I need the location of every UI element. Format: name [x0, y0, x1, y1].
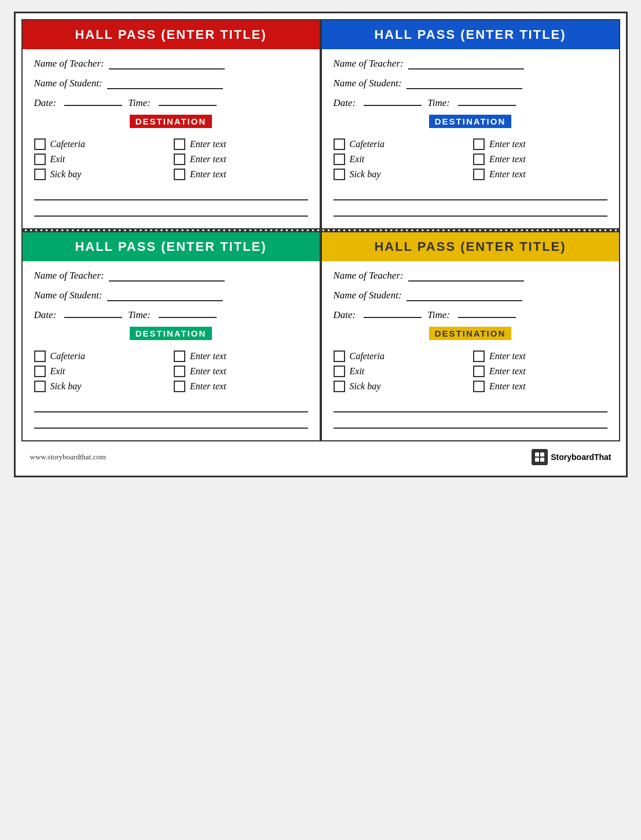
- checkbox-enter3-box[interactable]: [174, 169, 185, 180]
- student-line-bl: [107, 300, 223, 301]
- checkbox-enter3-right: Enter text: [473, 169, 607, 180]
- checkbox-cafeteria-right: Cafeteria: [334, 138, 468, 150]
- checkbox-exit-left: Exit: [34, 154, 169, 165]
- pass-title-bottom-left: HALL PASS (ENTER TITLE): [75, 239, 266, 254]
- pass-body-bottom-right: Name of Teacher: Name of Student: Date: …: [322, 261, 619, 440]
- destination-badge-bottom-left: DESTINATION: [130, 327, 213, 340]
- checkbox-enter1-left: Enter text: [174, 138, 308, 150]
- checkbox-sickbay-box-tr[interactable]: [334, 169, 345, 180]
- footer-url: www.storyboardthat.com: [30, 452, 106, 462]
- signature-line2-top-right: [334, 205, 607, 217]
- destination-badge-bottom-right: DESTINATION: [429, 327, 512, 340]
- pass-header-bottom-left: HALL PASS (ENTER TITLE): [23, 232, 320, 261]
- page: HALL PASS (ENTER TITLE) Name of Teacher:…: [14, 12, 628, 477]
- checkbox-cafeteria-left: Cafeteria: [34, 138, 169, 150]
- date-time-bottom-left: Date: Time:: [34, 309, 308, 321]
- checkbox-cafeteria-bl: Cafeteria: [34, 350, 169, 362]
- checkbox-sickbay-left: Sick bay: [34, 169, 169, 180]
- date-line-bl: [64, 317, 122, 318]
- checkbox-enter1-box-tr[interactable]: [473, 138, 485, 150]
- checkbox-enter1-box[interactable]: [174, 138, 185, 150]
- signature-line2-top-left: [34, 205, 308, 217]
- checkbox-exit-box-bl[interactable]: [34, 366, 46, 377]
- checkbox-enter1-right: Enter text: [473, 138, 607, 150]
- teacher-field-bottom-left: Name of Teacher:: [34, 270, 308, 282]
- destination-row-bottom-right: DESTINATION: [334, 327, 607, 346]
- checkbox-cafeteria-box-bl[interactable]: [34, 350, 46, 362]
- checkbox-enter2-br: Enter text: [473, 366, 607, 377]
- checkbox-cafeteria-box-tr[interactable]: [334, 138, 345, 150]
- checkbox-sickbay-right: Sick bay: [334, 169, 468, 180]
- checkbox-grid-bottom-right: Cafeteria Enter text Exit Enter text: [334, 350, 607, 392]
- pass-title-top-left: HALL PASS (ENTER TITLE): [75, 27, 266, 42]
- checkbox-sickbay-box-bl[interactable]: [34, 381, 46, 392]
- student-line-tr: [406, 88, 522, 89]
- date-line-tr: [364, 105, 422, 106]
- checkbox-grid-top-right: Cafeteria Enter text Exit Enter text: [334, 138, 607, 180]
- checkbox-cafeteria-box[interactable]: [34, 138, 46, 150]
- pass-header-top-left: HALL PASS (ENTER TITLE): [23, 20, 320, 49]
- student-field-bottom-right: Name of Student:: [334, 290, 607, 301]
- date-line: [64, 105, 122, 106]
- pass-header-top-right: HALL PASS (ENTER TITLE): [322, 20, 619, 49]
- student-field-top-left: Name of Student:: [34, 78, 308, 89]
- signature-line1-top-left: [34, 189, 308, 200]
- checkbox-enter3-left: Enter text: [174, 169, 308, 180]
- checkbox-enter3-box-bl[interactable]: [174, 381, 185, 392]
- destination-badge-top-left: DESTINATION: [130, 115, 213, 128]
- checkbox-enter3-box-br[interactable]: [473, 381, 485, 392]
- svg-rect-2: [535, 458, 539, 462]
- destination-badge-top-right: DESTINATION: [429, 115, 512, 128]
- checkbox-sickbay-box[interactable]: [34, 169, 46, 180]
- checkbox-exit-br: Exit: [334, 366, 468, 377]
- destination-row-bottom-left: DESTINATION: [34, 327, 308, 346]
- checkbox-exit-box-tr[interactable]: [334, 154, 345, 165]
- teacher-line: [109, 68, 225, 70]
- time-line-tr: [458, 105, 516, 106]
- card-grid: HALL PASS (ENTER TITLE) Name of Teacher:…: [21, 19, 620, 229]
- checkbox-exit-box-br[interactable]: [334, 366, 345, 377]
- pass-title-top-right: HALL PASS (ENTER TITLE): [374, 27, 566, 42]
- pass-card-top-right: HALL PASS (ENTER TITLE) Name of Teacher:…: [321, 19, 620, 229]
- teacher-line-bl: [109, 280, 225, 282]
- checkbox-sickbay-bl: Sick bay: [34, 381, 169, 392]
- checkbox-enter1-br: Enter text: [473, 350, 607, 362]
- checkbox-enter2-box[interactable]: [174, 154, 185, 165]
- checkbox-enter1-box-br[interactable]: [473, 350, 485, 362]
- brand-name: StoryboardThat: [551, 452, 611, 462]
- checkbox-cafeteria-br: Cafeteria: [334, 350, 468, 362]
- svg-rect-1: [540, 452, 544, 456]
- teacher-line-tr: [408, 68, 524, 70]
- pass-header-bottom-right: HALL PASS (ENTER TITLE): [322, 232, 619, 261]
- student-field-top-right: Name of Student:: [334, 78, 607, 89]
- svg-rect-3: [540, 458, 544, 462]
- checkbox-enter2-box-br[interactable]: [473, 366, 485, 377]
- checkbox-enter3-br: Enter text: [473, 381, 607, 392]
- signature-line1-top-right: [334, 189, 607, 200]
- pass-card-top-left: HALL PASS (ENTER TITLE) Name of Teacher:…: [21, 19, 321, 229]
- date-time-bottom-right: Date: Time:: [334, 309, 607, 321]
- pass-card-bottom-right: HALL PASS (ENTER TITLE) Name of Teacher:…: [321, 231, 620, 441]
- teacher-line-br: [408, 280, 524, 282]
- destination-row-top-left: DESTINATION: [34, 115, 308, 134]
- checkbox-enter1-box-bl[interactable]: [174, 350, 185, 362]
- footer: www.storyboardthat.com StoryboardThat: [21, 444, 620, 470]
- student-line-br: [406, 300, 522, 301]
- checkbox-exit-box[interactable]: [34, 154, 46, 165]
- checkbox-enter2-left: Enter text: [174, 154, 308, 165]
- checkbox-enter2-box-tr[interactable]: [473, 154, 485, 165]
- teacher-field-top-left: Name of Teacher:: [34, 58, 308, 70]
- checkbox-enter1-bl: Enter text: [174, 350, 308, 362]
- checkbox-enter3-box-tr[interactable]: [473, 169, 485, 180]
- checkbox-grid-bottom-left: Cafeteria Enter text Exit Enter text: [34, 350, 308, 392]
- checkbox-sickbay-box-br[interactable]: [334, 381, 345, 392]
- signature-line1-bottom-right: [334, 401, 607, 412]
- pass-title-bottom-right: HALL PASS (ENTER TITLE): [374, 239, 566, 254]
- checkbox-enter2-box-bl[interactable]: [174, 366, 185, 377]
- checkbox-exit-bl: Exit: [34, 366, 169, 377]
- checkbox-cafeteria-box-br[interactable]: [334, 350, 345, 362]
- date-line-br: [364, 317, 422, 318]
- pass-card-bottom-left: HALL PASS (ENTER TITLE) Name of Teacher:…: [21, 231, 321, 441]
- teacher-field-bottom-right: Name of Teacher:: [334, 270, 607, 282]
- time-line-br: [458, 317, 516, 318]
